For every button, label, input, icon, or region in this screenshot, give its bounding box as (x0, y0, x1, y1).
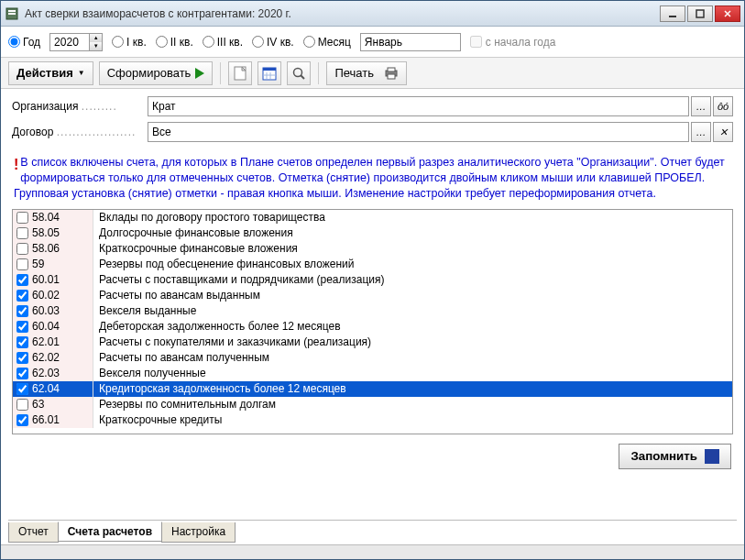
print-label: Печать (334, 66, 374, 80)
contract-input[interactable] (148, 122, 689, 142)
svg-marker-7 (195, 68, 204, 79)
close-button[interactable] (715, 5, 740, 22)
period-q1-radio[interactable]: I кв. (112, 36, 147, 49)
q4-label: IV кв. (267, 36, 294, 49)
period-bar: Год ▲ ▼ I кв. II кв. III кв. IV кв. Меся… (1, 27, 744, 58)
account-code-cell[interactable]: 60.04 (13, 319, 93, 335)
account-checkbox[interactable] (16, 227, 28, 239)
table-row[interactable]: 62.01Расчеты с покупателями и заказчикам… (13, 335, 732, 350)
play-icon (195, 68, 204, 79)
table-row[interactable]: 59Резервы под обесценение финансовых вло… (13, 257, 732, 272)
account-checkbox[interactable] (16, 212, 28, 224)
minimize-button[interactable] (660, 5, 685, 22)
contract-select-button[interactable]: … (691, 122, 711, 142)
account-checkbox[interactable] (16, 274, 28, 286)
q3-label: III кв. (217, 36, 243, 49)
table-row[interactable]: 66.01Краткосрочные кредиты (13, 412, 732, 428)
account-code: 59 (32, 258, 44, 270)
tab-accounts[interactable]: Счета расчетов (58, 522, 162, 542)
account-code-cell[interactable]: 58.06 (13, 241, 93, 257)
period-q3-radio[interactable]: III кв. (203, 36, 243, 49)
tabs: Отчет Счета расчетов Настройка (8, 520, 737, 543)
account-checkbox[interactable] (16, 383, 28, 395)
print-button[interactable]: Печать (326, 61, 407, 85)
table-row[interactable]: 60.02Расчеты по авансам выданным (13, 288, 732, 303)
account-desc: Долгосрочные финансовые вложения (93, 226, 732, 239)
org-input[interactable] (148, 96, 689, 116)
account-code: 60.03 (32, 304, 60, 317)
year-spinner[interactable]: ▲ ▼ (49, 33, 103, 51)
account-checkbox[interactable] (16, 321, 28, 333)
svg-rect-11 (263, 68, 276, 71)
period-q4-radio[interactable]: IV кв. (252, 36, 294, 49)
account-code-cell[interactable]: 58.04 (13, 210, 93, 225)
org-view-button[interactable]: ôó (713, 96, 733, 116)
account-code-cell[interactable]: 62.03 (13, 366, 93, 381)
account-checkbox[interactable] (16, 258, 28, 270)
svg-rect-1 (8, 10, 16, 12)
org-select-button[interactable]: … (691, 96, 711, 116)
accounts-list[interactable]: 58.04Вклады по договору простого товарищ… (12, 209, 733, 434)
tab-settings[interactable]: Настройка (161, 522, 236, 543)
period-year-radio[interactable]: Год (8, 36, 40, 49)
calendar-button[interactable] (257, 61, 281, 85)
table-row[interactable]: 58.05Долгосрочные финансовые вложения (13, 225, 732, 241)
account-code-cell[interactable]: 62.02 (13, 350, 93, 366)
account-code-cell[interactable]: 58.05 (13, 225, 93, 241)
year-input[interactable] (50, 36, 89, 49)
actions-button[interactable]: Действия▼ (8, 61, 93, 85)
search-button[interactable] (287, 61, 311, 85)
table-row[interactable]: 58.04Вклады по договору простого товарищ… (13, 210, 732, 225)
account-code-cell[interactable]: 62.04 (13, 381, 93, 397)
account-checkbox[interactable] (16, 352, 28, 364)
account-code-cell[interactable]: 59 (13, 257, 93, 272)
account-code: 58.05 (32, 226, 60, 239)
account-code-cell[interactable]: 63 (13, 397, 93, 412)
month-select[interactable] (360, 33, 461, 51)
period-month-radio[interactable]: Месяц (303, 36, 351, 49)
account-desc: Кредиторская задолженность более 12 меся… (93, 382, 732, 395)
table-row[interactable]: 62.03Векселя полученные (13, 366, 732, 381)
year-down-button[interactable]: ▼ (89, 42, 102, 50)
account-checkbox[interactable] (16, 368, 28, 379)
form-button[interactable]: Сформировать (99, 61, 214, 85)
table-row[interactable]: 60.04Дебеторская задолженность более 12 … (13, 319, 732, 335)
table-row[interactable]: 62.02Расчеты по авансам полученным (13, 350, 732, 366)
from-year-checkbox[interactable]: с начала года (470, 36, 556, 49)
save-button[interactable]: Запомнить (619, 444, 731, 469)
account-desc: Векселя полученные (93, 367, 732, 379)
contract-clear-button[interactable]: ✕ (713, 122, 733, 142)
account-checkbox[interactable] (16, 399, 28, 411)
account-code-cell[interactable]: 62.01 (13, 335, 93, 350)
account-checkbox[interactable] (16, 243, 28, 255)
year-up-button[interactable]: ▲ (89, 34, 102, 42)
table-row[interactable]: 60.01Расчеты с поставщиками и подрядчика… (13, 272, 732, 288)
account-code-cell[interactable]: 60.03 (13, 303, 93, 319)
window-title: Акт сверки взаиморасчетов с контрагентам… (25, 7, 660, 20)
statusbar (1, 544, 744, 559)
account-checkbox[interactable] (16, 336, 28, 348)
q2-label: II кв. (170, 36, 193, 49)
account-checkbox[interactable] (16, 305, 28, 317)
tab-report[interactable]: Отчет (8, 522, 59, 543)
account-code-cell[interactable]: 60.01 (13, 272, 93, 288)
account-code-cell[interactable]: 60.02 (13, 288, 93, 303)
table-row[interactable]: 60.03Векселя выданные (13, 303, 732, 319)
account-desc: Краткосрочные финансовые вложения (93, 242, 732, 255)
toolbar-separator (220, 62, 221, 84)
warning-icon: ! (14, 155, 18, 175)
new-button[interactable] (228, 61, 252, 85)
period-q2-radio[interactable]: II кв. (156, 36, 193, 49)
account-checkbox[interactable] (16, 290, 28, 302)
printer-icon (384, 67, 399, 80)
table-row[interactable]: 62.04Кредиторская задолженность более 12… (13, 381, 732, 397)
account-checkbox[interactable] (16, 414, 28, 426)
svg-rect-3 (669, 16, 676, 17)
account-code: 66.01 (32, 413, 60, 426)
account-code-cell[interactable]: 66.01 (13, 412, 93, 428)
table-row[interactable]: 58.06Краткосрочные финансовые вложения (13, 241, 732, 257)
table-row[interactable]: 63Резервы по сомнительным долгам (13, 397, 732, 412)
maximize-button[interactable] (687, 5, 713, 22)
account-desc: Векселя выданные (93, 304, 732, 317)
contract-label: Договор .................... (12, 126, 140, 138)
